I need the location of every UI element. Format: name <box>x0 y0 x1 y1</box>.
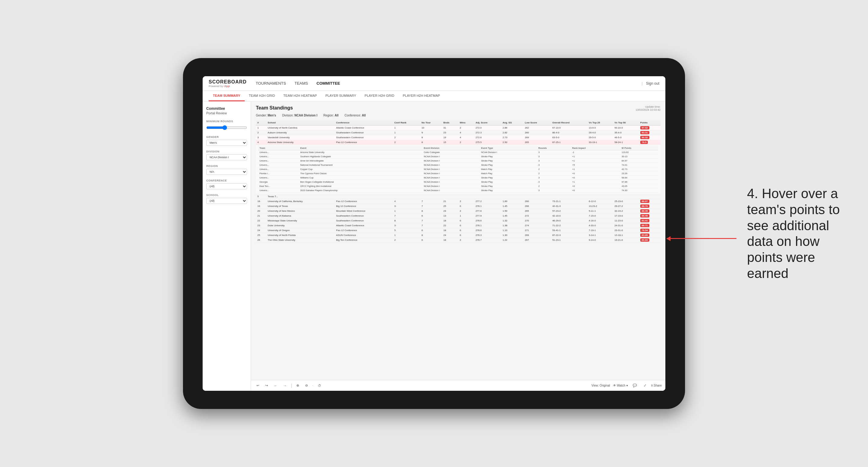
tablet-screen: SCOREBOARD Powered by clippi TOURNAMENTS… <box>203 76 665 391</box>
nav-teams[interactable]: TEAMS <box>294 80 308 87</box>
table-row[interactable]: 20University of New MexicoMountain West … <box>256 209 660 214</box>
view-button[interactable]: View: Original <box>591 384 610 387</box>
report-area: Team Standings Update time: 13/03/2024 1… <box>251 102 665 380</box>
table-row[interactable]: 4Arizona State UniversityPac-12 Conferen… <box>256 140 660 145</box>
points-cell[interactable]: 88.49 <box>639 214 660 218</box>
resize-button[interactable]: ⤢ <box>642 383 648 388</box>
points-badge: 88.70 <box>640 205 649 208</box>
zoom-out-button[interactable]: ⊖ <box>303 383 310 388</box>
table-row[interactable]: 21University of AlabamaSoutheastern Conf… <box>256 214 660 218</box>
right-panel: Team Standings Update time: 13/03/2024 1… <box>251 102 665 391</box>
points-cell[interactable]: 88.70 <box>639 204 660 209</box>
col-conference: Conference <box>335 120 393 126</box>
gender-select[interactable]: Men's Women's <box>206 140 247 146</box>
points-cell[interactable]: 88.49 <box>639 209 660 214</box>
sidebar-school-label: School <box>206 194 247 196</box>
region-select[interactable]: N/A East West <box>206 169 247 175</box>
watch-button[interactable]: 👁 Watch ▾ <box>613 384 628 387</box>
sign-out-link[interactable]: Sign out <box>646 81 659 86</box>
points-cell[interactable]: 88.71 <box>639 223 660 228</box>
points-badge: 88.49 <box>640 214 649 217</box>
sidebar-division: Division NCAA Division I NCAA Division I… <box>206 150 247 160</box>
subnav: TEAM SUMMARY TEAM H2H GRID TEAM H2H HEAT… <box>203 91 665 102</box>
table-row[interactable]: 1University of North CarolinaAtlantic Co… <box>256 126 660 130</box>
col-vs-top25: Vs Top 25 <box>587 120 613 126</box>
sidebar-conference-label: Conference <box>206 179 247 182</box>
back-button[interactable]: ← <box>272 383 279 388</box>
points-cell[interactable]: 83.89 <box>639 233 660 238</box>
col-conf-rank: Conf Rank <box>393 120 420 126</box>
table-row[interactable]: 3Vanderbilt UniversitySoutheastern Confe… <box>256 135 660 140</box>
school-select[interactable]: (All) <box>206 198 247 204</box>
points-cell[interactable]: 90.32 <box>639 135 660 140</box>
points-cell[interactable]: 88.07 <box>639 199 660 204</box>
points-cell[interactable] <box>639 194 660 199</box>
tab-player-h2h-heatmap[interactable]: PLAYER H2H HEATMAP <box>399 90 444 101</box>
undo-button[interactable]: ↩ <box>255 383 261 388</box>
forward-button[interactable]: → <box>282 383 288 388</box>
sub-table-row[interactable]: East Ten...OFCC Fighting Illini Invitati… <box>258 184 658 188</box>
annotation: 4. Hover over a team's points to see add… <box>747 186 850 282</box>
table-row[interactable]: 19University of TexasBig 12 Conference37… <box>256 204 660 209</box>
points-cell[interactable]: 97.02 <box>639 126 660 130</box>
filter-region: Region: All <box>323 114 338 117</box>
table-row[interactable]: 24University of OregonPac-12 Conference5… <box>256 228 660 233</box>
points-cell[interactable]: 78.5 <box>639 140 660 145</box>
filter-division: Division: NCAA Division I <box>282 114 317 117</box>
tab-player-summary[interactable]: PLAYER SUMMARY <box>321 90 361 101</box>
nav-tournaments[interactable]: TOURNAMENTS <box>256 80 286 87</box>
points-badge: 80.94 <box>640 238 649 242</box>
table-row[interactable]: 2Auburn UniversitySoutheastern Conferenc… <box>256 130 660 135</box>
logo-title: SCOREBOARD <box>209 79 247 85</box>
update-time: Update time: 13/03/2024 10:03:42 <box>636 105 660 111</box>
minimum-rounds-slider[interactable] <box>206 125 247 130</box>
table-row[interactable]: 26The Ohio State UniversityBig Ten Confe… <box>256 238 660 243</box>
sub-table-row[interactable]: Univers...2023 Sahalee Players Champions… <box>258 188 658 193</box>
points-cell[interactable]: 83.41 <box>639 218 660 223</box>
table-row[interactable]: 22Mississippi State UniversitySoutheaste… <box>256 218 660 223</box>
division-select[interactable]: NCAA Division I NCAA Division II NCAA Di… <box>206 154 247 160</box>
table-row[interactable]: 5Texas T... <box>256 194 660 199</box>
table-row[interactable]: 25University of North FloridaASUN Confer… <box>256 233 660 238</box>
sub-table-row[interactable]: Univers...Williams CupNCAA Division IStr… <box>258 176 658 180</box>
sidebar: Committee Portal Review Minimum Rounds G… <box>203 102 251 391</box>
nav-committee[interactable]: COMMITTEE <box>317 80 340 87</box>
redo-button[interactable]: ↪ <box>264 383 270 388</box>
points-cell[interactable]: 80.94 <box>639 238 660 243</box>
sub-table-row[interactable]: Univers...National Invitational Tourname… <box>258 163 658 167</box>
points-badge: 78.5 <box>640 141 648 144</box>
standings-table: # School Conference Conf Rank No Tour Bn… <box>256 120 660 243</box>
zoom-in-button[interactable]: ⊕ <box>294 383 301 388</box>
table-row[interactable]: 18University of California, BerkeleyPac-… <box>256 199 660 204</box>
tab-team-h2h-grid[interactable]: TEAM H2H GRID <box>245 90 279 101</box>
tab-team-h2h-heatmap[interactable]: TEAM H2H HEATMAP <box>279 90 321 101</box>
col-low-score: Low Score <box>523 120 551 126</box>
share-button[interactable]: ⎘ Share <box>651 384 662 387</box>
points-cell[interactable]: 78.54 <box>639 228 660 233</box>
main-content: Committee Portal Review Minimum Rounds G… <box>203 102 665 391</box>
sidebar-minimum-rounds-label: Minimum Rounds <box>206 120 247 123</box>
points-cell[interactable]: 93.31 <box>639 130 660 135</box>
col-avg-sg: Avg. SG <box>501 120 524 126</box>
sidebar-gender: Gender Men's Women's <box>206 135 247 146</box>
arrow-line <box>670 238 737 239</box>
timer-button[interactable]: ⏱ <box>316 383 323 388</box>
sub-table-row[interactable]: GeorgiaBen Hogan Collegiate Invitational… <box>258 180 658 184</box>
sub-table-row[interactable]: Univers...Arizona State UniversityCelto … <box>258 150 658 155</box>
logo: SCOREBOARD Powered by clippi <box>209 79 247 88</box>
report-title: Team Standings <box>256 105 293 111</box>
points-badge: 83.41 <box>640 219 649 222</box>
table-row[interactable]: 23Duke UniversityAtlantic Coast Conferen… <box>256 223 660 228</box>
col-no-tour: No Tour <box>420 120 442 126</box>
sub-table-row[interactable]: Univers...Southern Highlands CollegiateN… <box>258 155 658 159</box>
tab-player-h2h-grid[interactable]: PLAYER H2H GRID <box>361 90 399 101</box>
conference-select[interactable]: (All) <box>206 183 247 189</box>
sub-table-row[interactable]: Florida I...The Cypress Point ClassicNCA… <box>258 172 658 176</box>
sub-table-row[interactable]: Univers...Copper CupNCAA Division IMatch… <box>258 167 658 172</box>
tab-team-summary[interactable]: TEAM SUMMARY <box>209 90 245 101</box>
annotation-text: 4. Hover over a team's points to see add… <box>747 186 850 282</box>
comment-button[interactable]: 💬 <box>631 383 639 388</box>
sub-table-row[interactable]: Univers...Amer Ari IntercollegiateNCAA D… <box>258 159 658 163</box>
points-badge: 88.07 <box>640 199 649 203</box>
points-badge: 78.54 <box>640 229 649 232</box>
